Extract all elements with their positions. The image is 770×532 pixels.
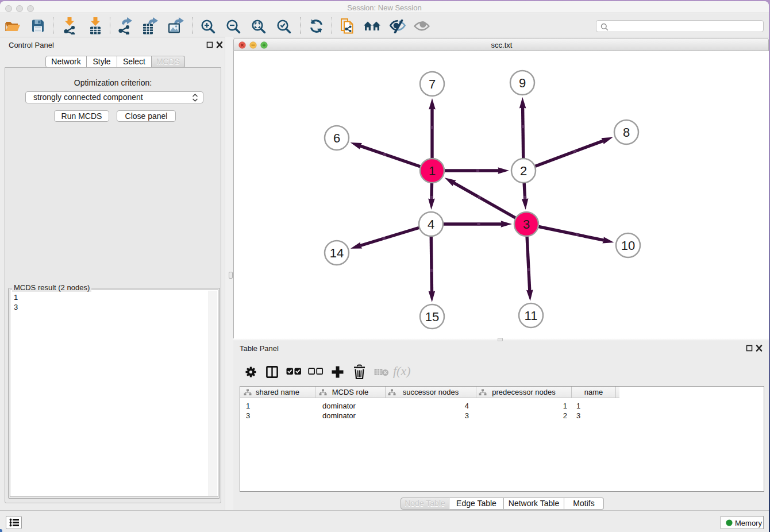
svg-text:3: 3: [523, 217, 530, 232]
svg-text:10: 10: [621, 238, 635, 253]
svg-text:4: 4: [428, 217, 434, 232]
svg-text:8: 8: [623, 125, 630, 140]
svg-text:9: 9: [519, 76, 526, 90]
svg-text:7: 7: [429, 77, 436, 91]
svg-text:11: 11: [525, 309, 538, 323]
svg-text:14: 14: [330, 246, 344, 260]
svg-text:1: 1: [429, 164, 436, 178]
svg-text:6: 6: [333, 131, 340, 145]
svg-text:2: 2: [520, 164, 527, 178]
svg-text:15: 15: [425, 310, 439, 324]
